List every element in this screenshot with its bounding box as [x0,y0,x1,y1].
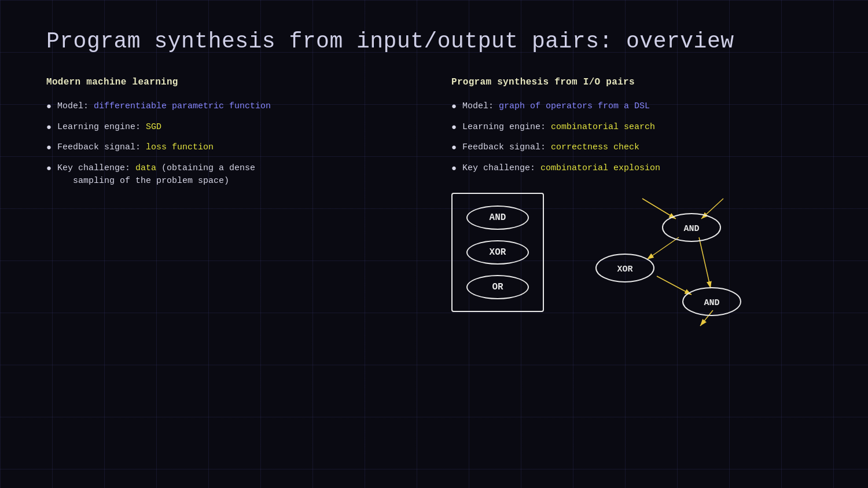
dsl-node-or: OR [466,275,529,299]
slide-container: Program synthesis from input/output pair… [0,0,868,488]
dsl-node-xor: XOR [466,240,529,265]
arrow-1 [642,199,676,219]
bullet-text: Key challenge: combinatorial explosion [462,162,660,175]
right-bullet-2: ● Learning engine: combinatorial search [451,121,822,135]
bullet-highlight: graph of operators from a DSL [499,101,650,111]
dsl-box: AND XOR OR [451,193,544,312]
bullet-label: Feedback signal: [57,142,146,152]
bullet-dot: ● [46,163,52,176]
arrow-4 [699,237,711,288]
graph-label-xor: XOR [617,265,632,274]
bullet-dot: ● [46,142,52,155]
bullet-label: Learning engine: [57,122,146,132]
left-bullet-list: ● Model: differentiable parametric funct… [46,100,417,188]
bullet-highlight: combinatorial explosion [540,163,660,173]
right-bullet-3: ● Feedback signal: correctness check [451,141,822,155]
bullet-dot: ● [451,142,457,155]
bullet-dot: ● [46,122,52,135]
graph-label-and-top: AND [683,224,699,234]
graph-svg: AND XOR AND [567,193,764,332]
left-bullet-2: ● Learning engine: SGD [46,121,417,135]
right-bullet-4: ● Key challenge: combinatorial explosion [451,162,822,176]
bullet-label: Learning engine: [462,122,551,132]
bullet-dot: ● [451,101,457,114]
graph-label-and-bot: AND [704,298,719,308]
left-bullet-3: ● Feedback signal: loss function [46,141,417,155]
bullet-highlight: differentiable parametric function [94,101,271,111]
right-column: Program synthesis from I/O pairs ● Model… [451,77,822,465]
right-bullet-list: ● Model: graph of operators from a DSL ●… [451,100,822,175]
bullet-dot: ● [451,163,457,176]
bullet-label: Key challenge: [57,163,135,173]
left-bullet-4: ● Key challenge: data (obtaining a dense… [46,162,417,188]
arrow-5 [657,276,692,295]
bullet-label: Feedback signal: [462,142,551,152]
bullet-highlight: SGD [146,122,161,132]
arrow-3 [647,237,679,259]
slide-title: Program synthesis from input/output pair… [46,29,822,54]
left-column: Modern machine learning ● Model: differe… [46,77,417,465]
right-section-heading: Program synthesis from I/O pairs [451,77,822,87]
bullet-text: Model: graph of operators from a DSL [462,100,650,113]
bullet-text: Feedback signal: loss function [57,141,214,155]
right-bullet-1: ● Model: graph of operators from a DSL [451,100,822,114]
bullet-label: Model: [462,101,499,111]
bullet-text: Feedback signal: correctness check [462,141,639,155]
diagram-area: AND XOR OR [451,193,822,332]
bullet-highlight: combinatorial search [551,122,655,132]
bullet-dot: ● [451,122,457,135]
graph-diagram: AND XOR AND [567,193,764,332]
bullet-label: Key challenge: [462,163,540,173]
bullet-text: Learning engine: SGD [57,121,161,134]
bullet-dot: ● [46,101,52,114]
bullet-label: Model: [57,101,94,111]
left-section-heading: Modern machine learning [46,77,417,87]
bullet-highlight: correctness check [551,142,639,152]
left-bullet-1: ● Model: differentiable parametric funct… [46,100,417,114]
bullet-text: Key challenge: data (obtaining a dense s… [57,162,255,188]
content-area: Modern machine learning ● Model: differe… [46,77,822,465]
bullet-text: Learning engine: combinatorial search [462,121,655,134]
bullet-highlight: data [135,163,156,173]
bullet-text: Model: differentiable parametric functio… [57,100,271,113]
bullet-highlight: loss function [146,142,214,152]
dsl-node-and: AND [466,206,529,230]
